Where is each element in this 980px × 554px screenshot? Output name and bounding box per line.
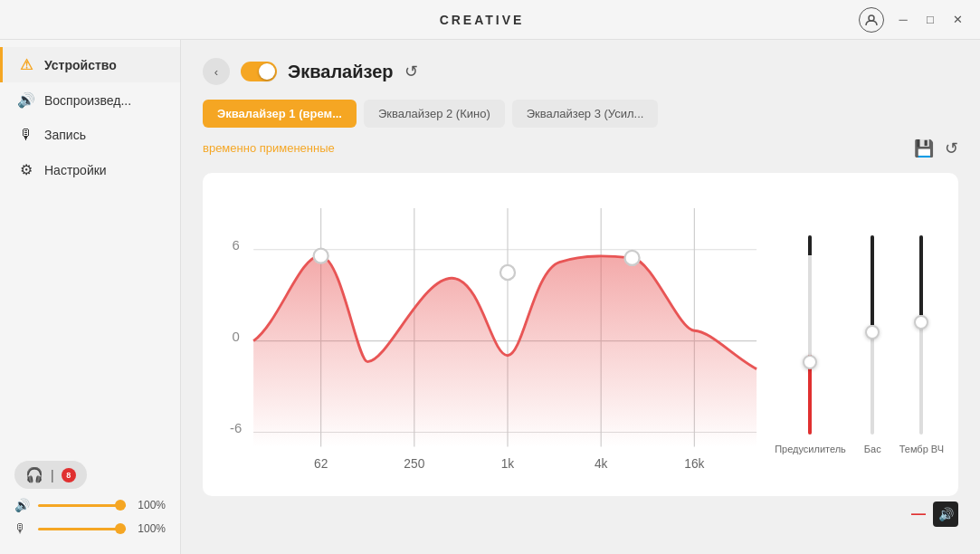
svg-text:250: 250 [404, 457, 424, 471]
svg-text:1k: 1k [501, 457, 515, 471]
content-area: ‹ Эквалайзер ↺ Эквалайзер 1 (врем... Экв… [181, 40, 980, 554]
preset-tab-3[interactable]: Эквалайзер 3 (Усил... [512, 100, 659, 128]
bottom-bar: — 🔊 [203, 501, 958, 527]
gear-icon: ⚙ [17, 161, 35, 178]
eq-toggle[interactable] [241, 62, 277, 81]
badge-separator: | [51, 468, 54, 482]
main-layout: ⚠ Устройство 🔊 Воспроизвед... 🎙 Запись ⚙… [0, 40, 980, 554]
svg-text:16k: 16k [684, 457, 704, 471]
preamp-fill-top [808, 235, 812, 255]
sidebar-item-record[interactable]: 🎙 Запись [0, 118, 180, 152]
sidebar-item-device[interactable]: ⚠ Устройство [0, 47, 180, 82]
bass-thumb [865, 325, 880, 339]
treble-fill-top [919, 235, 923, 315]
sidebar-label-device: Устройство [44, 58, 117, 72]
treble-slider-col: Тембр ВЧ [899, 235, 944, 454]
sidebar-label-settings: Настройки [44, 163, 107, 177]
treble-label: Тембр ВЧ [899, 444, 944, 454]
save-button[interactable]: 💾 [914, 138, 934, 158]
bass-slider-col: Бас [864, 235, 881, 454]
preset-tab-1[interactable]: Эквалайзер 1 (врем... [203, 100, 357, 128]
eq-handle-62[interactable] [314, 249, 328, 263]
sidebar-label-record: Запись [44, 128, 86, 142]
maximize-button[interactable]: □ [922, 12, 938, 28]
minus-button[interactable]: — [911, 506, 926, 522]
svg-text:6: 6 [232, 238, 239, 253]
eq-handle-1k[interactable] [500, 265, 515, 280]
mic-volume-value: 100% [133, 522, 166, 535]
svg-point-0 [869, 15, 874, 21]
svg-text:4k: 4k [595, 457, 608, 471]
reset-button[interactable]: ↺ [945, 138, 958, 158]
playback-volume-thumb [115, 500, 126, 511]
eq-panel: 6 0 -6 [203, 173, 958, 496]
preamp-thumb [803, 355, 817, 369]
close-button[interactable]: ✕ [949, 12, 966, 28]
preamp-label: Предусилитель [775, 444, 846, 454]
eq-action-buttons: 💾 ↺ [914, 138, 958, 158]
svg-text:62: 62 [314, 457, 328, 471]
eq-handle-4k[interactable] [625, 251, 640, 265]
eq-status-label: временно примененные [203, 141, 335, 155]
treble-thumb [914, 315, 928, 330]
mic-volume-slider[interactable] [38, 528, 126, 530]
mic-volume-thumb [115, 523, 126, 534]
treble-slider[interactable] [919, 235, 923, 435]
bass-fill-top [871, 235, 874, 325]
toggle-knob [259, 63, 275, 80]
eq-fill [253, 256, 756, 447]
bass-label: Бас [864, 444, 881, 454]
device-badge[interactable]: 🎧 | 8 [14, 461, 87, 489]
mic-volume-row: 🎙 100% [14, 521, 166, 536]
user-icon[interactable] [859, 7, 884, 33]
playback-volume-value: 100% [133, 499, 166, 511]
minimize-button[interactable]: ─ [895, 12, 911, 28]
eq-title: Эквалайзер [288, 62, 394, 82]
window-controls: ─ □ ✕ [859, 7, 966, 33]
badge-dot: 8 [62, 468, 76, 482]
warning-icon: ⚠ [17, 56, 35, 73]
sidebar-item-settings[interactable]: ⚙ Настройки [0, 152, 180, 187]
preamp-slider[interactable] [808, 235, 812, 435]
titlebar: CREATIVE ─ □ ✕ [0, 0, 980, 40]
mic-volume-icon: 🎙 [14, 521, 31, 536]
preset-tab-2[interactable]: Эквалайзер 2 (Кино) [364, 100, 505, 128]
eq-sliders-right: Предусилитель Бас Тембр ВЧ [756, 187, 944, 482]
mic-icon: 🎙 [17, 127, 35, 143]
eq-header: ‹ Эквалайзер ↺ [203, 58, 958, 85]
volume-speaker-icon: 🔊 [14, 498, 31, 512]
sidebar-spacer [0, 187, 180, 450]
svg-text:0: 0 [232, 330, 239, 344]
speaker-button[interactable]: 🔊 [933, 501, 958, 527]
sidebar: ⚠ Устройство 🔊 Воспроизвед... 🎙 Запись ⚙… [0, 40, 181, 554]
back-button[interactable]: ‹ [203, 58, 230, 85]
eq-chart-wrapper: 6 0 -6 [217, 187, 756, 482]
sidebar-bottom: 🎧 | 8 🔊 100% 🎙 100% [0, 450, 180, 547]
svg-text:-6: -6 [230, 421, 242, 435]
back-icon: ‹ [214, 65, 218, 79]
speaker-icon: 🔊 [17, 91, 35, 109]
eq-svg: 6 0 -6 [217, 187, 756, 478]
playback-volume-slider[interactable] [38, 504, 126, 507]
eq-refresh-icon[interactable]: ↺ [404, 62, 418, 81]
headphone-icon: 🎧 [25, 466, 43, 483]
app-title: CREATIVE [440, 13, 525, 27]
preset-tabs: Эквалайзер 1 (врем... Эквалайзер 2 (Кино… [203, 100, 958, 128]
bass-slider[interactable] [871, 235, 874, 435]
sidebar-item-playback[interactable]: 🔊 Воспроизвед... [0, 82, 180, 118]
speaker-icon: 🔊 [938, 507, 954, 521]
sidebar-label-playback: Воспроизвед... [44, 93, 131, 108]
preamp-slider-col: Предусилитель [775, 235, 846, 454]
playback-volume-row: 🔊 100% [14, 498, 166, 512]
